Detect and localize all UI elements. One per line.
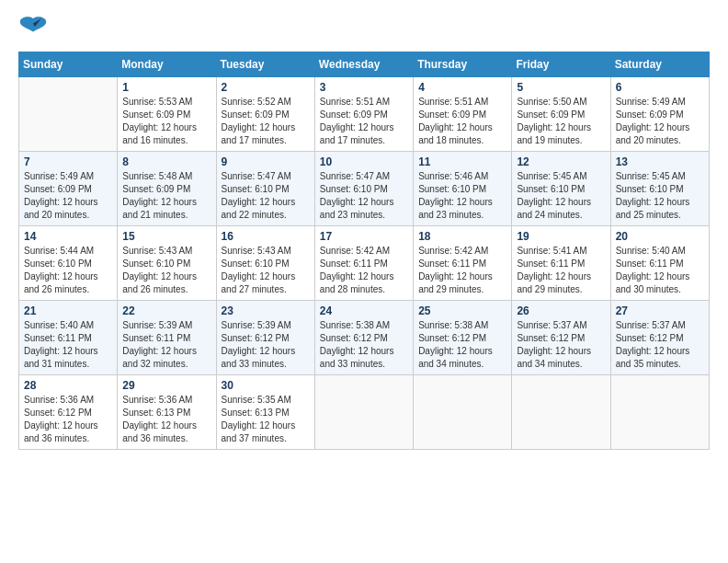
sunset-text: Sunset: 6:10 PM xyxy=(418,183,506,196)
sunrise-text: Sunrise: 5:53 AM xyxy=(122,96,210,109)
sunrise-text: Sunrise: 5:44 AM xyxy=(24,245,112,258)
sunrise-text: Sunrise: 5:39 AM xyxy=(122,319,210,332)
page-header xyxy=(18,15,710,40)
sunrise-text: Sunrise: 5:39 AM xyxy=(222,319,310,332)
daylight-text: Daylight: 12 hours and 29 minutes. xyxy=(517,270,605,296)
sunset-text: Sunset: 6:09 PM xyxy=(24,183,112,196)
calendar-cell: 2Sunrise: 5:52 AMSunset: 6:09 PMDaylight… xyxy=(216,77,314,152)
sunrise-text: Sunrise: 5:35 AM xyxy=(222,394,310,407)
sunset-text: Sunset: 6:09 PM xyxy=(320,109,408,121)
sunrise-text: Sunrise: 5:47 AM xyxy=(320,170,408,183)
calendar-cell: 16Sunrise: 5:43 AMSunset: 6:10 PMDayligh… xyxy=(216,226,314,301)
calendar-cell: 7Sunrise: 5:49 AMSunset: 6:09 PMDaylight… xyxy=(19,152,118,226)
day-info: Sunrise: 5:51 AMSunset: 6:09 PMDaylight:… xyxy=(418,96,506,147)
daylight-text: Daylight: 12 hours and 23 minutes. xyxy=(320,196,408,222)
day-info: Sunrise: 5:47 AMSunset: 6:10 PMDaylight:… xyxy=(222,170,310,222)
sunset-text: Sunset: 6:09 PM xyxy=(616,109,704,121)
calendar-cell: 25Sunrise: 5:38 AMSunset: 6:12 PMDayligh… xyxy=(414,301,512,375)
sunrise-text: Sunrise: 5:41 AM xyxy=(517,245,605,258)
daylight-text: Daylight: 12 hours and 33 minutes. xyxy=(320,345,408,371)
day-number: 9 xyxy=(222,155,310,168)
day-info: Sunrise: 5:46 AMSunset: 6:10 PMDaylight:… xyxy=(418,170,506,222)
sunrise-text: Sunrise: 5:36 AM xyxy=(24,394,112,407)
daylight-text: Daylight: 12 hours and 30 minutes. xyxy=(616,270,704,296)
calendar-cell: 9Sunrise: 5:47 AMSunset: 6:10 PMDaylight… xyxy=(216,152,314,226)
weekday-header-saturday: Saturday xyxy=(610,52,709,77)
calendar-cell: 8Sunrise: 5:48 AMSunset: 6:09 PMDaylight… xyxy=(118,152,216,226)
daylight-text: Daylight: 12 hours and 21 minutes. xyxy=(122,196,210,222)
day-info: Sunrise: 5:50 AMSunset: 6:09 PMDaylight:… xyxy=(517,96,605,147)
day-info: Sunrise: 5:48 AMSunset: 6:09 PMDaylight:… xyxy=(122,170,210,222)
weekday-header-sunday: Sunday xyxy=(19,52,118,77)
sunset-text: Sunset: 6:09 PM xyxy=(517,109,605,121)
daylight-text: Daylight: 12 hours and 32 minutes. xyxy=(122,345,210,371)
sunset-text: Sunset: 6:11 PM xyxy=(320,258,408,270)
sunset-text: Sunset: 6:10 PM xyxy=(122,258,210,270)
calendar-cell: 21Sunrise: 5:40 AMSunset: 6:11 PMDayligh… xyxy=(19,301,118,375)
day-number: 11 xyxy=(418,155,506,168)
day-number: 8 xyxy=(122,155,210,168)
day-number: 20 xyxy=(616,230,704,243)
calendar-cell: 18Sunrise: 5:42 AMSunset: 6:11 PMDayligh… xyxy=(414,226,512,301)
day-info: Sunrise: 5:49 AMSunset: 6:09 PMDaylight:… xyxy=(616,96,704,147)
sunrise-text: Sunrise: 5:38 AM xyxy=(418,319,506,332)
sunset-text: Sunset: 6:10 PM xyxy=(24,258,112,270)
calendar-cell xyxy=(414,375,512,450)
sunset-text: Sunset: 6:12 PM xyxy=(320,332,408,345)
day-info: Sunrise: 5:35 AMSunset: 6:13 PMDaylight:… xyxy=(222,394,310,445)
day-number: 30 xyxy=(222,379,310,392)
calendar-cell: 11Sunrise: 5:46 AMSunset: 6:10 PMDayligh… xyxy=(414,152,512,226)
day-number: 28 xyxy=(24,379,112,392)
daylight-text: Daylight: 12 hours and 36 minutes. xyxy=(122,419,210,445)
sunrise-text: Sunrise: 5:51 AM xyxy=(418,96,506,109)
sunset-text: Sunset: 6:11 PM xyxy=(418,258,506,270)
calendar-cell: 13Sunrise: 5:45 AMSunset: 6:10 PMDayligh… xyxy=(610,152,709,226)
daylight-text: Daylight: 12 hours and 26 minutes. xyxy=(24,270,112,296)
sunset-text: Sunset: 6:12 PM xyxy=(222,332,310,345)
day-info: Sunrise: 5:43 AMSunset: 6:10 PMDaylight:… xyxy=(122,245,210,296)
sunset-text: Sunset: 6:10 PM xyxy=(320,183,408,196)
daylight-text: Daylight: 12 hours and 24 minutes. xyxy=(517,196,605,222)
day-info: Sunrise: 5:41 AMSunset: 6:11 PMDaylight:… xyxy=(517,245,605,296)
calendar-cell: 10Sunrise: 5:47 AMSunset: 6:10 PMDayligh… xyxy=(314,152,413,226)
day-number: 7 xyxy=(24,155,112,168)
day-info: Sunrise: 5:37 AMSunset: 6:12 PMDaylight:… xyxy=(616,319,704,371)
day-number: 25 xyxy=(418,304,506,317)
day-number: 24 xyxy=(320,304,408,317)
day-number: 2 xyxy=(222,81,310,94)
logo-icon xyxy=(18,15,48,40)
daylight-text: Daylight: 12 hours and 34 minutes. xyxy=(517,345,605,371)
calendar-cell: 20Sunrise: 5:40 AMSunset: 6:11 PMDayligh… xyxy=(610,226,709,301)
sunset-text: Sunset: 6:12 PM xyxy=(517,332,605,345)
calendar-cell: 26Sunrise: 5:37 AMSunset: 6:12 PMDayligh… xyxy=(512,301,610,375)
day-number: 16 xyxy=(222,230,310,243)
daylight-text: Daylight: 12 hours and 29 minutes. xyxy=(418,270,506,296)
sunrise-text: Sunrise: 5:52 AM xyxy=(222,96,310,109)
day-number: 17 xyxy=(320,230,408,243)
calendar-cell xyxy=(314,375,413,450)
daylight-text: Daylight: 12 hours and 28 minutes. xyxy=(320,270,408,296)
calendar-header-row: SundayMondayTuesdayWednesdayThursdayFrid… xyxy=(19,52,710,77)
sunset-text: Sunset: 6:10 PM xyxy=(222,258,310,270)
calendar-cell: 28Sunrise: 5:36 AMSunset: 6:12 PMDayligh… xyxy=(19,375,118,450)
day-number: 12 xyxy=(517,155,605,168)
calendar-cell: 29Sunrise: 5:36 AMSunset: 6:13 PMDayligh… xyxy=(118,375,216,450)
day-number: 27 xyxy=(616,304,704,317)
sunrise-text: Sunrise: 5:47 AM xyxy=(222,170,310,183)
daylight-text: Daylight: 12 hours and 26 minutes. xyxy=(122,270,210,296)
sunrise-text: Sunrise: 5:51 AM xyxy=(320,96,408,109)
day-info: Sunrise: 5:43 AMSunset: 6:10 PMDaylight:… xyxy=(222,245,310,296)
day-number: 3 xyxy=(320,81,408,94)
logo xyxy=(18,15,51,40)
day-number: 26 xyxy=(517,304,605,317)
daylight-text: Daylight: 12 hours and 33 minutes. xyxy=(222,345,310,371)
day-number: 4 xyxy=(418,81,506,94)
weekday-header-thursday: Thursday xyxy=(414,52,512,77)
sunrise-text: Sunrise: 5:36 AM xyxy=(122,394,210,407)
day-number: 6 xyxy=(616,81,704,94)
sunset-text: Sunset: 6:13 PM xyxy=(122,407,210,419)
day-info: Sunrise: 5:39 AMSunset: 6:12 PMDaylight:… xyxy=(222,319,310,371)
day-info: Sunrise: 5:38 AMSunset: 6:12 PMDaylight:… xyxy=(320,319,408,371)
day-info: Sunrise: 5:39 AMSunset: 6:11 PMDaylight:… xyxy=(122,319,210,371)
calendar-cell: 1Sunrise: 5:53 AMSunset: 6:09 PMDaylight… xyxy=(118,77,216,152)
